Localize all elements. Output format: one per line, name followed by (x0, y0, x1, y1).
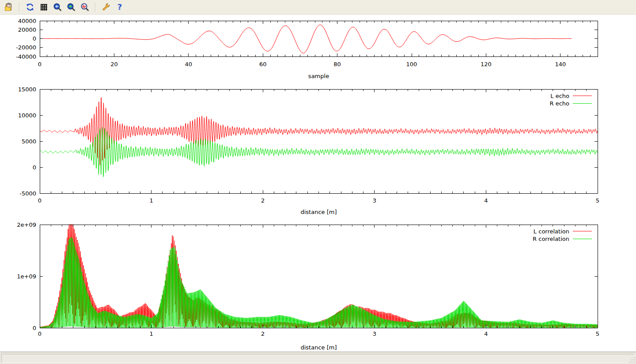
x-tick-label: 4 (484, 197, 488, 204)
autoscale-button[interactable] (79, 1, 91, 13)
x-tick-label: 3 (373, 330, 376, 337)
plot-canvas: 020406080100120140-40000-200000200004000… (0, 0, 636, 352)
zoom-previous-icon (53, 3, 62, 11)
echo-signals-plot-area[interactable] (40, 89, 598, 193)
resize-grip-icon[interactable] (629, 357, 636, 364)
x-tick-label: 80 (333, 61, 341, 68)
help-icon: ? (115, 3, 124, 11)
x-tick-label: 2 (261, 197, 265, 204)
correlation-plot-area[interactable] (40, 225, 598, 328)
x-tick-label: 5 (596, 197, 599, 204)
configure-button[interactable] (100, 1, 112, 13)
y-tick-label: 0 (33, 164, 36, 171)
x-tick-label: 120 (481, 61, 492, 68)
x-tick-label: 20 (110, 61, 118, 68)
replot-icon (26, 3, 34, 11)
x-tick-label: 40 (185, 61, 193, 68)
grid-icon (39, 3, 48, 11)
chart-sample-waveform: 020406080100120140-40000-200000200004000… (16, 18, 598, 80)
y-tick-label: 20000 (18, 26, 36, 33)
svg-text:?: ? (117, 3, 122, 11)
legend-label: L correlation (534, 228, 569, 235)
y-tick-label: -20000 (16, 44, 36, 51)
toolbar: ? (0, 0, 636, 15)
autoscale-icon (80, 3, 89, 11)
chart-correlation: 01234501e+092e+09distance [m]L correlati… (17, 221, 599, 351)
status-message (1, 354, 635, 363)
copy-to-clipboard-button[interactable] (3, 1, 15, 13)
chart-echo-signals: 012345-5000050001000015000distance [m]L … (18, 86, 600, 216)
x-tick-label: 140 (555, 61, 566, 68)
copy-to-clipboard-icon (4, 3, 13, 11)
help-button[interactable]: ? (114, 1, 126, 13)
status-bar (0, 352, 636, 364)
legend-label: L echo (550, 93, 569, 99)
y-tick-label: 40000 (18, 18, 36, 24)
x-tick-label: 0 (38, 197, 42, 204)
y-tick-label: 0 (33, 325, 36, 331)
replot-button[interactable] (24, 1, 36, 13)
y-tick-label: 10000 (18, 112, 36, 119)
y-tick-label: 5000 (22, 138, 36, 145)
y-tick-label: 1e+09 (17, 273, 36, 280)
x-tick-label: 0 (38, 61, 42, 68)
x-tick-label: 1 (149, 330, 153, 337)
x-tick-label: 1 (149, 197, 153, 204)
x-tick-label: 4 (484, 330, 488, 337)
zoom-next-button[interactable] (65, 1, 77, 13)
x-tick-label: 60 (259, 61, 267, 68)
x-tick-label: 0 (38, 330, 42, 337)
y-tick-label: 15000 (18, 86, 36, 93)
y-tick-label: 2e+09 (17, 221, 36, 228)
x-tick-label: 5 (596, 330, 599, 337)
toolbar-separator (19, 2, 20, 12)
x-tick-label: 3 (373, 197, 376, 204)
y-tick-label: -40000 (16, 53, 36, 60)
toolbar-separator (95, 2, 96, 12)
y-tick-label: 0 (33, 35, 36, 42)
y-tick-label: -5000 (19, 190, 36, 197)
legend-label: R correlation (533, 236, 569, 242)
zoom-previous-button[interactable] (51, 1, 64, 13)
x-tick-label: 100 (406, 61, 417, 68)
zoom-next-icon (67, 3, 76, 11)
x-axis-label: distance [m] (300, 209, 337, 215)
x-axis-label: sample (308, 73, 329, 79)
wrench-icon (102, 3, 110, 11)
legend-label: R echo (549, 100, 569, 107)
toggle-grid-button[interactable] (38, 1, 50, 13)
x-axis-label: distance [m] (300, 344, 337, 351)
x-tick-label: 2 (261, 330, 265, 337)
